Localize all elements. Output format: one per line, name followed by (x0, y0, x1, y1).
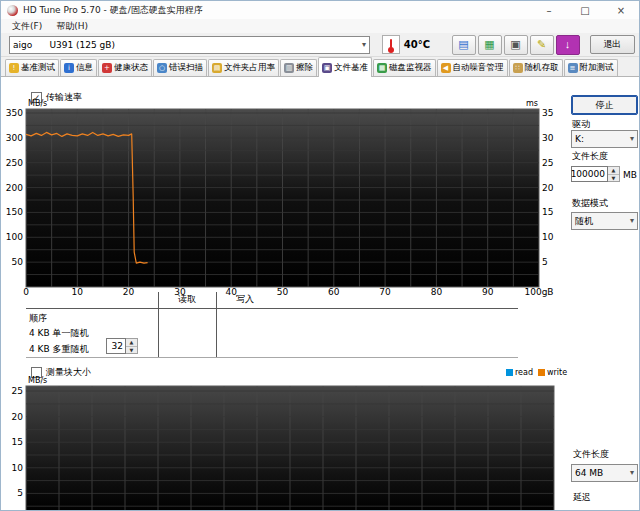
tab-aam[interactable]: ◀自动噪音管理 (437, 59, 508, 76)
file-length-value: 100000 (571, 166, 608, 182)
svg-text:150: 150 (6, 207, 23, 217)
file-benchmark-icon: ▣ (322, 63, 332, 73)
data-mode-label: 数据模式 (572, 197, 608, 210)
drive-select[interactable]: aigo U391 (125 gB) ▾ (9, 36, 370, 54)
svg-text:MB/s: MB/s (28, 376, 47, 385)
svg-text:60: 60 (328, 287, 340, 297)
health-icon: + (102, 63, 112, 73)
tab-label: 基准测试 (21, 62, 55, 74)
data-mode-dropdown[interactable]: 随机 ▾ (571, 212, 638, 230)
drive-dropdown[interactable]: K: ▾ (571, 130, 638, 148)
spin-down-icon[interactable]: ▼ (608, 175, 619, 182)
tab-label: 信息 (76, 62, 93, 74)
svg-text:100gB: 100gB (524, 287, 553, 297)
file-length-stepper[interactable]: 100000 ▲ ▼ (571, 166, 620, 182)
notes-button[interactable]: ✎ (530, 35, 554, 55)
tab-health[interactable]: +健康状态 (98, 59, 152, 76)
chevron-down-icon: ▾ (630, 217, 634, 225)
queue-depth-stepper[interactable]: 32 ▲ ▼ (106, 338, 138, 354)
tab-label: 文件夹占用率 (224, 62, 275, 74)
random-access-icon: ∷ (513, 63, 523, 73)
row-sequential: 顺序 (29, 312, 47, 325)
minimize-button[interactable]: – (531, 1, 567, 19)
spin-up-icon[interactable]: ▲ (608, 167, 619, 175)
svg-text:30: 30 (542, 133, 554, 143)
temperature-value: 40°C (404, 39, 434, 50)
window-title: HD Tune Pro 5.70 - 硬盘/固态硬盘实用程序 (23, 4, 203, 17)
menu-help[interactable]: 帮助(H) (49, 20, 95, 33)
toolbar: aigo U391 (125 gB) ▾ 40°C ▤▦▣✎↓ 退出 (1, 33, 639, 57)
spin-up-icon[interactable]: ▲ (126, 339, 137, 347)
copy-icon: ▤ (458, 39, 468, 50)
tab-label: 擦除 (296, 62, 313, 74)
section-separator (26, 357, 518, 358)
copy-button[interactable]: ▤ (452, 35, 476, 55)
read-swatch-icon (506, 369, 513, 376)
update-icon: ↓ (565, 39, 571, 50)
file-length-label: 文件长度 (572, 150, 608, 163)
toolbar-buttons: ▤▦▣✎↓ (452, 35, 580, 55)
exit-button[interactable]: 退出 (590, 35, 636, 54)
copy-image-icon: ▦ (484, 39, 494, 50)
svg-text:70: 70 (379, 287, 391, 297)
write-swatch-icon (538, 369, 545, 376)
row-4kb-multi-random: 4 KB 多重随机 (29, 343, 89, 356)
window-controls: – □ × (531, 1, 639, 19)
table-col-read: 读取 (158, 293, 216, 306)
info-icon: i (64, 63, 74, 73)
svg-text:90: 90 (482, 287, 494, 297)
magnifier-icon: ○ (157, 63, 167, 73)
benchmark-icon: ! (9, 63, 19, 73)
menu-file[interactable]: 文件(F) (5, 20, 49, 33)
svg-text:20: 20 (542, 183, 554, 193)
tab-error-scan[interactable]: ○错误扫描 (153, 59, 207, 76)
tab-disk-monitor[interactable]: ▦磁盘监视器 (373, 59, 436, 76)
tab-label: 文件基准 (334, 62, 368, 74)
svg-text:250: 250 (6, 158, 23, 168)
svg-text:10: 10 (12, 463, 24, 473)
svg-text:200: 200 (6, 183, 23, 193)
close-button[interactable]: × (603, 1, 639, 19)
table-divider-1 (158, 292, 159, 358)
tab-info[interactable]: i信息 (60, 59, 97, 76)
stop-button[interactable]: 停止 (571, 95, 638, 115)
folder-icon: ▤ (212, 63, 222, 73)
notes-icon: ✎ (537, 39, 546, 50)
drive-dropdown-value: K: (575, 134, 584, 144)
tab-extra-tests[interactable]: ≡附加测试 (564, 59, 618, 76)
app-icon (7, 5, 18, 16)
block-size-chart: MB/s252015105 (1, 371, 640, 511)
title-bar: HD Tune Pro 5.70 - 硬盘/固态硬盘实用程序 – □ × (1, 1, 639, 19)
tab-label: 自动噪音管理 (453, 62, 504, 74)
block-file-length-dropdown[interactable]: 64 MB ▾ (571, 464, 638, 482)
tab-erase[interactable]: ▥擦除 (280, 59, 317, 76)
tab-file-benchmark[interactable]: ▣文件基准 (318, 57, 372, 77)
svg-text:ms: ms (526, 99, 538, 108)
tab-random-access[interactable]: ∷随机存取 (509, 59, 563, 76)
transfer-rate-chart: MB/sms3503002502001501005035302520151050… (1, 97, 640, 297)
svg-text:15: 15 (542, 207, 553, 217)
update-button[interactable]: ↓ (556, 35, 580, 55)
svg-text:50: 50 (277, 287, 289, 297)
screenshot-button[interactable]: ▣ (504, 35, 528, 55)
block-file-length-label: 文件长度 (573, 448, 609, 461)
menu-bar: 文件(F) 帮助(H) (1, 19, 639, 33)
table-header-line (26, 308, 518, 309)
svg-text:25: 25 (12, 386, 23, 396)
screenshot-icon: ▣ (510, 39, 520, 50)
queue-depth-value: 32 (106, 338, 126, 354)
tab-label: 随机存取 (525, 62, 559, 74)
tab-benchmark[interactable]: !基准测试 (5, 59, 59, 76)
svg-text:10: 10 (72, 287, 84, 297)
chart-legend: read write (506, 368, 567, 377)
spin-down-icon[interactable]: ▼ (126, 347, 137, 354)
svg-text:300: 300 (6, 133, 23, 143)
block-file-length-value: 64 MB (575, 468, 603, 478)
legend-read: read (506, 368, 533, 377)
tab-folder-usage[interactable]: ▤文件夹占用率 (208, 59, 279, 76)
app-window: HD Tune Pro 5.70 - 硬盘/固态硬盘实用程序 – □ × 文件(… (0, 0, 640, 511)
maximize-button[interactable]: □ (567, 1, 603, 19)
copy-image-button[interactable]: ▦ (478, 35, 502, 55)
tab-label: 错误扫描 (169, 62, 203, 74)
legend-write: write (538, 368, 567, 377)
